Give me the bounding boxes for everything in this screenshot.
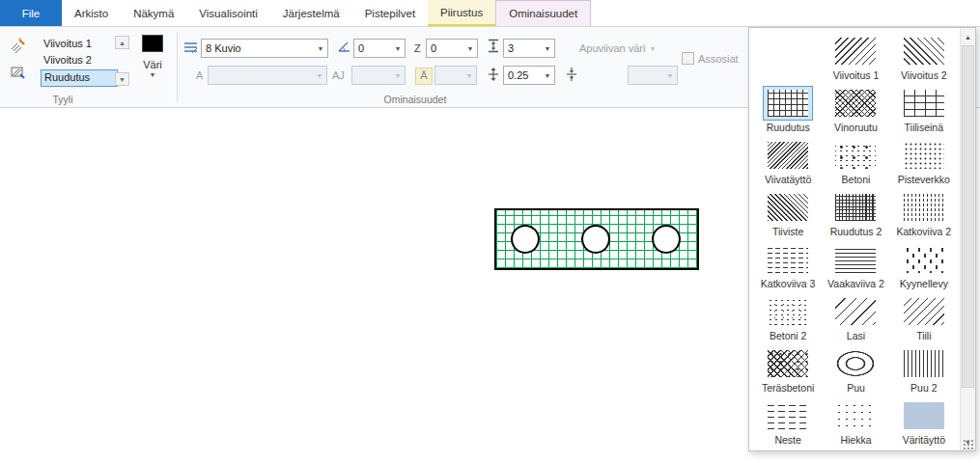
gallery-scrollbar[interactable]: ▲ ▼ <box>960 28 975 450</box>
chevron-down-icon: ▼ <box>391 72 405 79</box>
aj-field-label: AJ <box>332 69 345 81</box>
z-combo[interactable]: 0 ▼ <box>426 39 478 58</box>
gallery-item-vaakaviiva-2[interactable]: Vaakaviiva 2 <box>822 240 889 292</box>
pattern-swatch-box <box>763 242 813 277</box>
gallery-item-katkoviiva-2[interactable]: Katkoviiva 2 <box>890 188 958 240</box>
pattern-label: Katkoviiva 2 <box>897 226 952 237</box>
pattern-label: Viivoitus 2 <box>901 69 947 81</box>
pattern-swatch-box <box>830 294 881 329</box>
tab-nakyma[interactable]: Näkymä <box>121 0 186 26</box>
pattern-label: Ruudutus <box>767 122 810 133</box>
tab-visualisointi[interactable]: Visualisointi <box>186 0 270 26</box>
pattern-swatch-box <box>763 398 813 433</box>
gallery-item-varitaytto[interactable]: Väritäyttö <box>890 396 958 449</box>
chevron-down-icon: ▼ <box>663 72 677 79</box>
a-combo-disabled: ▼ <box>208 66 327 85</box>
aj-combo-disabled: ▼ <box>351 66 406 85</box>
tab-arkisto[interactable]: Arkisto <box>62 0 121 26</box>
pattern-label: Viivoitus 1 <box>833 69 880 81</box>
pattern-swatch <box>835 246 876 273</box>
pattern-swatch-box <box>763 34 813 68</box>
pattern-swatch-box <box>899 294 949 329</box>
scroll-up-arrow-icon[interactable]: ▲ <box>961 29 975 44</box>
gallery-item-tiiliseina[interactable]: Tiiliseinä <box>890 84 958 136</box>
gallery-item-betoni-2[interactable]: Betoni 2 <box>754 292 822 344</box>
gallery-item-viivoitus-2[interactable]: Viivoitus 2 <box>890 32 958 84</box>
tab-piirustus[interactable]: Piirustus <box>428 0 495 26</box>
gallery-item-kyynellevy[interactable]: Kyynellevy <box>890 240 958 292</box>
pattern-swatch <box>904 298 944 325</box>
gallery-item-viivoitus-1[interactable]: Viivoitus 1 <box>822 32 889 84</box>
style-list-item-ruudutus-selected[interactable]: Ruudutus <box>41 69 118 87</box>
drawing-hole[interactable] <box>511 225 540 254</box>
pattern-label: Teräsbetoni <box>762 382 814 394</box>
pattern-swatch <box>768 142 808 169</box>
gallery-item-betoni[interactable]: Betoni <box>822 136 889 188</box>
gallery-item-puu-2[interactable]: Puu 2 <box>890 344 958 396</box>
pattern-label: Puu 2 <box>910 382 937 394</box>
tab-pistepilvet[interactable]: Pistepilvet <box>352 0 428 26</box>
gallery-item-terasbetoni[interactable]: Teräsbetoni <box>754 344 822 396</box>
tab-file[interactable]: File <box>0 0 62 26</box>
app-window: File ArkistoNäkymäVisualisointiJärjestel… <box>0 0 980 463</box>
pattern-swatch <box>904 350 944 377</box>
pattern-swatch-box <box>763 294 813 329</box>
hatch-pen-icon <box>10 37 27 54</box>
z-field-label: Z <box>414 42 421 54</box>
gallery-item-hiekka[interactable]: Hiekka <box>822 396 889 449</box>
pattern-combo[interactable]: 8 Kuvio ▼ <box>201 39 328 58</box>
current-color-swatch <box>142 35 163 52</box>
gallery-item-puu[interactable]: Puu <box>822 344 889 396</box>
gallery-item-lasi[interactable]: Lasi <box>822 292 889 344</box>
aux-color-label: Apuviivan väri ▼ <box>579 42 656 54</box>
gallery-item-ruudutus-2[interactable]: Ruudutus 2 <box>822 188 889 240</box>
checkbox-box <box>682 52 694 65</box>
pattern-swatch <box>835 350 876 377</box>
pattern-swatch <box>904 402 944 429</box>
spacing-combo[interactable]: 3 ▼ <box>503 39 555 58</box>
pattern-label: Viivatäyttö <box>765 174 811 185</box>
pattern-label: Tiiviste <box>772 226 803 237</box>
gallery-item-tiiviste[interactable]: Tiiviste <box>754 188 822 240</box>
style-list-item-viivoitus-2[interactable]: Viivoitus 2 <box>41 52 116 68</box>
resize-grip[interactable] <box>963 439 974 449</box>
pattern-swatch <box>768 194 808 221</box>
pattern-swatch-box <box>899 34 949 68</box>
gallery-item-katkoviiva-3[interactable]: Katkoviiva 3 <box>754 240 822 292</box>
gallery-item-empty[interactable] <box>754 32 822 84</box>
gallery-item-vinoruutu[interactable]: Vinoruutu <box>822 84 889 136</box>
drawing-hole[interactable] <box>581 225 610 254</box>
gallery-item-tiili[interactable]: Tiili <box>890 292 958 344</box>
scale-combo[interactable]: 0.25 ▼ <box>503 66 555 85</box>
drawing-hole[interactable] <box>652 225 681 254</box>
gallery-item-ruudutus[interactable]: Ruudutus <box>754 84 822 136</box>
chevron-down-icon: ▼ <box>462 72 476 79</box>
scrollbar-thumb[interactable] <box>962 45 974 388</box>
angle-combo[interactable]: 0 ▼ <box>353 39 406 58</box>
pattern-label: Väritäyttö <box>903 434 945 446</box>
hatch-tool-button[interactable] <box>8 35 29 56</box>
angle-icon <box>337 40 351 57</box>
associative-checkbox[interactable]: Assosiat <box>682 52 739 65</box>
pattern-swatch-box <box>830 398 881 433</box>
style-list-item-viivoitus-1[interactable]: Viivoitus 1 <box>41 36 116 51</box>
pattern-swatch-box <box>899 86 949 121</box>
gallery-item-pisteverkko[interactable]: Pisteverkko <box>890 136 958 188</box>
pattern-swatch <box>904 246 944 273</box>
chevron-down-icon: ▼ <box>391 45 405 52</box>
style-list-scroll-up[interactable]: ▲ <box>115 36 129 49</box>
hatch-edit-button[interactable] <box>8 63 29 84</box>
style-list-scroll-down[interactable]: ▼ <box>115 72 129 86</box>
tab-ominaisuudet[interactable]: Ominaisuudet <box>495 0 591 26</box>
gallery-item-viivataytto[interactable]: Viivatäyttö <box>754 136 822 188</box>
pattern-swatch-box <box>830 190 881 225</box>
pattern-swatch-box <box>899 346 949 381</box>
properties-group-label: Ominaisuudet <box>319 94 512 105</box>
pattern-swatch <box>904 142 944 169</box>
color-button[interactable]: Väri ▼ <box>135 35 170 96</box>
pattern-label: Pisteverkko <box>898 174 950 185</box>
gallery-item-neste[interactable]: Neste <box>754 396 822 449</box>
drawing-plate[interactable] <box>494 208 699 270</box>
pattern-swatch-box <box>899 242 949 277</box>
tab-jarjestelma[interactable]: Järjestelmä <box>270 0 352 26</box>
